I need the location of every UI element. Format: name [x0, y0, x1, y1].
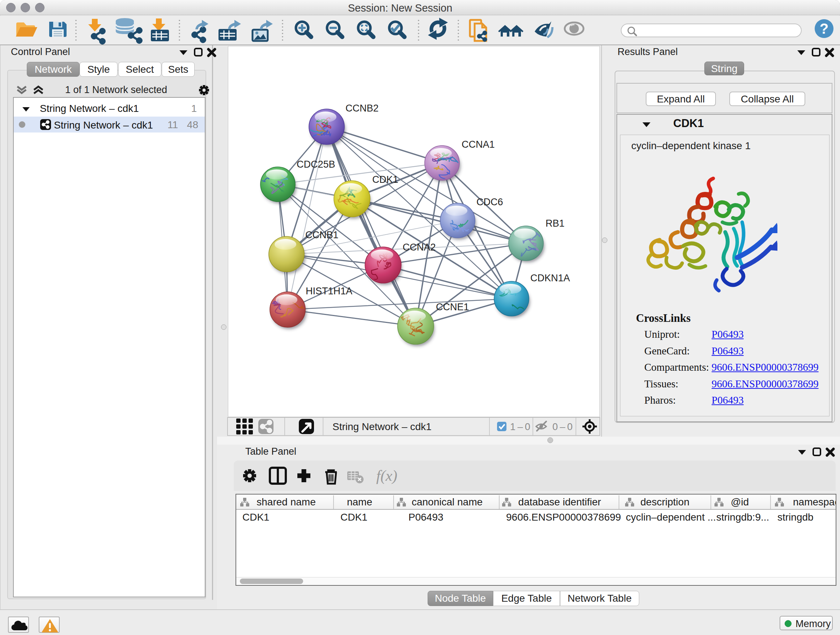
- svg-text:CDKN1A: CDKN1A: [531, 272, 570, 283]
- svg-text:namespace: namespace: [793, 496, 836, 508]
- svg-text:CCNA1: CCNA1: [462, 139, 495, 150]
- svg-text:database identifier: database identifier: [518, 496, 601, 508]
- svg-text:@id: @id: [731, 496, 749, 508]
- svg-text:CCNB2: CCNB2: [346, 103, 379, 114]
- svg-text:?: ?: [820, 21, 829, 36]
- svg-text:CDK1: CDK1: [242, 511, 270, 523]
- svg-text:name: name: [347, 496, 372, 508]
- svg-text:P06493: P06493: [409, 511, 444, 523]
- svg-text:CDK1: CDK1: [372, 174, 398, 185]
- svg-text:cyclin–dependent ...: cyclin–dependent ...: [626, 511, 716, 523]
- svg-text:0 – 0: 0 – 0: [553, 421, 573, 432]
- svg-text:String Network – cdk1: String Network – cdk1: [332, 421, 431, 432]
- svg-text:canonical name: canonical name: [412, 496, 483, 508]
- svg-text:CCNA2: CCNA2: [403, 242, 436, 253]
- svg-text:CCNE1: CCNE1: [436, 302, 469, 312]
- svg-text:9606.ENSP00000378699: 9606.ENSP00000378699: [506, 511, 621, 523]
- svg-text:f(x): f(x): [376, 467, 397, 485]
- svg-text:CDC25B: CDC25B: [297, 159, 335, 170]
- svg-text:CCNB1: CCNB1: [305, 230, 339, 241]
- svg-text:shared name: shared name: [256, 496, 316, 508]
- svg-text:RB1: RB1: [546, 218, 565, 229]
- svg-text:HIST1H1A: HIST1H1A: [306, 286, 352, 296]
- svg-text:CDC6: CDC6: [477, 196, 503, 207]
- svg-text:description: description: [640, 496, 689, 508]
- svg-text:CDK1: CDK1: [340, 511, 368, 523]
- svg-text:stringdb:9...: stringdb:9...: [716, 511, 769, 523]
- svg-text:stringdb: stringdb: [777, 511, 813, 523]
- svg-text:1 – 0: 1 – 0: [510, 421, 531, 432]
